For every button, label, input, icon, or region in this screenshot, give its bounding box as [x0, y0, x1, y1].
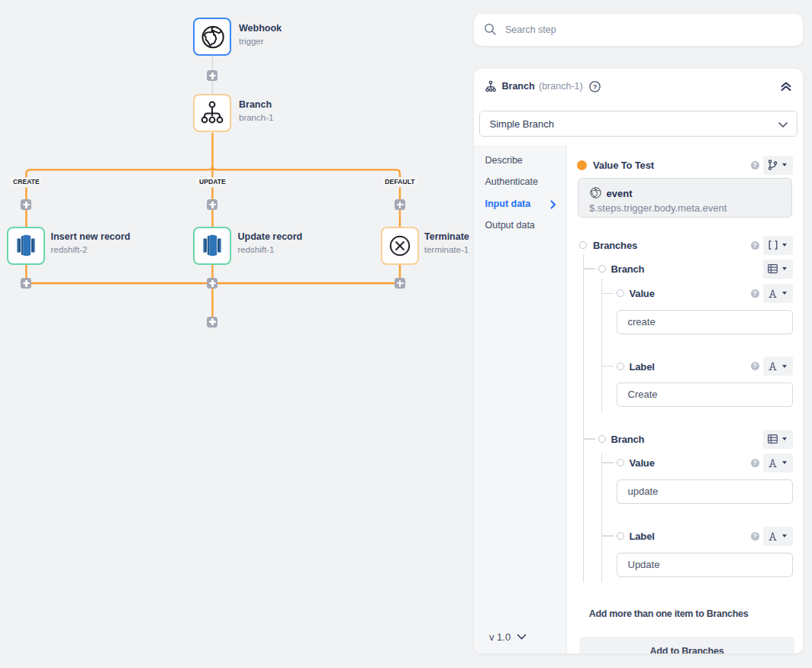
svg-text:?: ?: [593, 83, 598, 91]
